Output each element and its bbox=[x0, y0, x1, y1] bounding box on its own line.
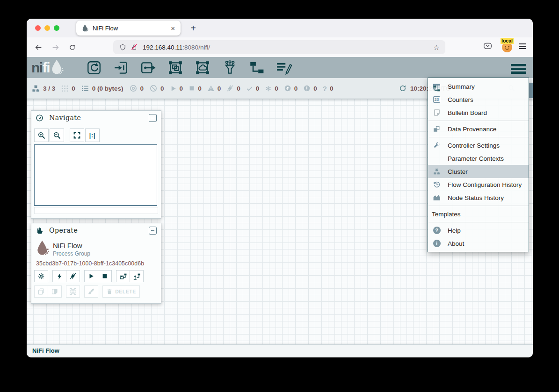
nifi-toolbar: nifi bbox=[27, 57, 533, 78]
zoom-in-button[interactable] bbox=[34, 128, 49, 142]
processor-icon[interactable] bbox=[86, 59, 102, 76]
stop-icon bbox=[189, 85, 195, 92]
zoom-out-button[interactable] bbox=[50, 128, 64, 142]
zoom-actual-size-button[interactable]: |:| bbox=[85, 128, 100, 142]
menu-item-templates[interactable]: Templates bbox=[428, 207, 529, 221]
window-zoom-button[interactable] bbox=[54, 25, 59, 31]
tab-close-icon[interactable]: × bbox=[171, 25, 175, 32]
refresh-icon[interactable] bbox=[399, 85, 407, 92]
counters-icon: 23 bbox=[432, 96, 442, 103]
hand-icon bbox=[36, 227, 44, 235]
remote-process-group-icon[interactable] bbox=[194, 59, 211, 76]
configure-button[interactable] bbox=[34, 270, 48, 282]
disabled-status: 0 bbox=[226, 85, 240, 92]
operate-collapse-button[interactable] bbox=[149, 227, 157, 235]
asterisk-icon bbox=[265, 85, 272, 92]
start-button[interactable] bbox=[84, 270, 98, 282]
global-menu: Summary 23Counters Bulletin Board Data P… bbox=[428, 78, 529, 252]
navigate-collapse-button[interactable] bbox=[149, 114, 157, 122]
not-transmitting-status: 0 bbox=[149, 84, 164, 93]
transmitting-status: 0 bbox=[129, 84, 144, 93]
color-button[interactable] bbox=[84, 285, 98, 298]
operate-panel-header: Operate bbox=[31, 223, 161, 237]
forward-icon[interactable] bbox=[49, 41, 61, 53]
bulletin-note-icon bbox=[432, 109, 442, 116]
menu-item-summary[interactable]: Summary bbox=[428, 80, 529, 93]
tab-strip: NiFi Flow × + bbox=[27, 19, 533, 37]
stop-button[interactable] bbox=[98, 270, 112, 282]
birdseye-minimap[interactable] bbox=[34, 144, 157, 206]
browser-window: NiFi Flow × + 192.168.40.11:8080/nifi/ ☆ bbox=[27, 19, 533, 357]
nifi-favicon bbox=[82, 24, 88, 32]
menu-item-about[interactable]: iAbout bbox=[428, 237, 529, 250]
provenance-icon bbox=[432, 125, 442, 133]
create-template-button[interactable] bbox=[116, 270, 130, 282]
enable-button[interactable] bbox=[52, 270, 66, 282]
menu-divider bbox=[428, 222, 529, 222]
trash-icon bbox=[106, 288, 113, 295]
menu-item-node-status-history[interactable]: Node Status History bbox=[428, 191, 529, 204]
funnel-icon[interactable] bbox=[221, 59, 238, 76]
reload-icon[interactable] bbox=[66, 41, 78, 53]
invalid-status: 0 bbox=[207, 85, 221, 92]
operate-panel-title: Operate bbox=[49, 227, 78, 234]
menu-item-data-provenance[interactable]: Data Provenance bbox=[428, 122, 529, 135]
template-icon[interactable] bbox=[248, 59, 265, 76]
menu-item-flow-configuration-history[interactable]: Flow Configuration History bbox=[428, 178, 529, 191]
process-group-icon[interactable] bbox=[167, 59, 184, 76]
menu-divider bbox=[428, 206, 529, 206]
check-icon bbox=[246, 85, 253, 92]
breadcrumb-bar: NiFi Flow bbox=[27, 344, 533, 357]
warning-icon bbox=[207, 85, 215, 92]
disable-button[interactable] bbox=[66, 270, 80, 282]
delete-button[interactable]: DELETE bbox=[102, 285, 140, 298]
up-arrow-circle-icon bbox=[284, 85, 291, 92]
upload-template-button[interactable] bbox=[130, 270, 144, 282]
menu-item-counters[interactable]: 23Counters bbox=[428, 93, 529, 106]
input-port-icon[interactable] bbox=[113, 59, 130, 76]
breadcrumb-root[interactable]: NiFi Flow bbox=[32, 347, 533, 354]
window-minimize-button[interactable] bbox=[44, 25, 50, 31]
selection-type: Process Group bbox=[53, 250, 90, 257]
output-port-icon[interactable] bbox=[140, 59, 157, 76]
url-text[interactable]: 192.168.40.11:8080/nifi/ bbox=[143, 44, 433, 51]
url-bar[interactable]: 192.168.40.11:8080/nifi/ ☆ bbox=[113, 40, 445, 54]
menu-item-help[interactable]: ?Help bbox=[428, 224, 529, 237]
info-circle-icon: i bbox=[432, 240, 442, 247]
running-status: 0 bbox=[170, 85, 183, 92]
menu-item-controller-settings[interactable]: Controller Settings bbox=[428, 139, 529, 152]
global-menu-icon[interactable] bbox=[511, 64, 526, 75]
new-tab-button[interactable]: + bbox=[186, 21, 200, 36]
menu-item-parameter-contexts[interactable]: Parameter Contexts bbox=[428, 152, 529, 165]
transmitting-icon bbox=[129, 84, 138, 93]
back-icon[interactable] bbox=[32, 41, 44, 53]
wrench-icon bbox=[432, 142, 442, 149]
exclamation-circle-icon bbox=[303, 85, 311, 92]
zoom-fit-button[interactable] bbox=[70, 128, 84, 142]
copy-button[interactable] bbox=[34, 285, 48, 298]
tracking-shield-icon[interactable] bbox=[119, 44, 126, 51]
paste-button[interactable] bbox=[48, 285, 62, 298]
play-icon bbox=[170, 85, 177, 92]
area-chart-icon bbox=[432, 194, 442, 202]
pocket-icon[interactable] bbox=[483, 42, 492, 52]
navigate-panel-header: Navigate bbox=[31, 111, 161, 125]
browser-tab[interactable]: NiFi Flow × bbox=[76, 21, 181, 36]
menu-item-cluster[interactable]: Cluster bbox=[428, 165, 529, 178]
label-icon[interactable] bbox=[276, 59, 292, 76]
group-button[interactable] bbox=[66, 285, 80, 298]
firefox-menu-icon[interactable] bbox=[519, 43, 526, 50]
process-group-drop-icon bbox=[36, 240, 49, 258]
sync-failure-status: ?0 bbox=[323, 85, 334, 93]
menu-item-bulletin-board[interactable]: Bulletin Board bbox=[428, 106, 529, 119]
window-close-button[interactable] bbox=[35, 25, 41, 31]
insecure-lock-icon[interactable] bbox=[131, 43, 138, 51]
up-to-date-status: 0 bbox=[246, 85, 260, 92]
disabled-bolt-icon bbox=[226, 85, 234, 92]
navigate-panel-title: Navigate bbox=[49, 114, 81, 121]
connected-nodes-status: 3 / 3 bbox=[31, 84, 55, 93]
bookmark-star-icon[interactable]: ☆ bbox=[433, 43, 440, 52]
locally-modified-status: 0 bbox=[265, 85, 278, 92]
url-host: 192.168.40.11 bbox=[143, 44, 182, 51]
cluster-cubes-icon bbox=[432, 168, 442, 176]
